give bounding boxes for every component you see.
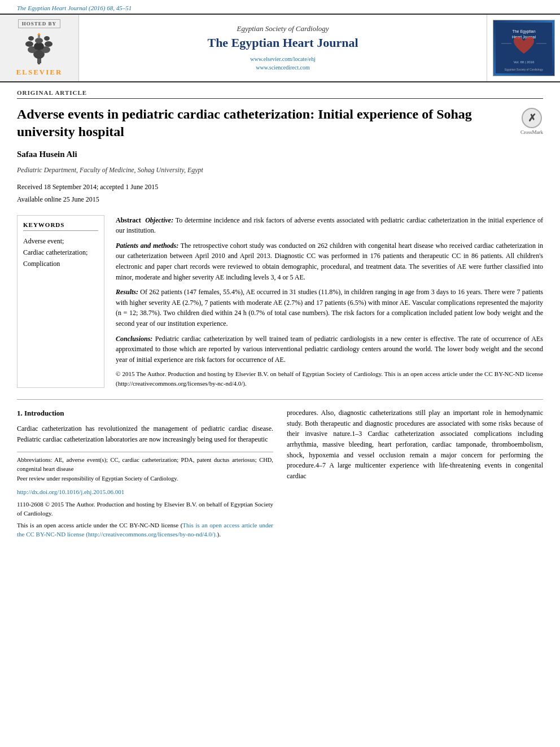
elsevier-tree-icon (21, 33, 58, 65)
footnotes: Abbreviations: AE, adverse event(s); CC,… (17, 452, 273, 539)
copyright-text: © 2015 The Author. Production and hostin… (116, 370, 543, 387)
dates-section: Received 18 September 2014; accepted 1 J… (17, 181, 543, 206)
abstract-section-row: KEYWORDS Adverse event; Cardiac catheter… (17, 215, 543, 388)
svg-point-5 (45, 41, 53, 47)
objective-label: Objective: (145, 216, 173, 224)
svg-point-6 (34, 42, 44, 50)
hosted-by-label: HOSTED BY (18, 19, 60, 28)
introduction-title: 1. Introduction (17, 408, 273, 419)
peer-review: Peer review under responsibility of Egyp… (17, 474, 273, 484)
elsevier-logo: ELSEVIER (16, 33, 63, 77)
journal-info-center: Egyptian Society of Cardiology The Egypt… (79, 15, 487, 81)
patients-label: Patients and methods: (116, 242, 178, 250)
received-date: Received 18 September 2014; accepted 1 J… (17, 181, 543, 194)
keywords-header: KEYWORDS (23, 221, 98, 231)
svg-rect-10 (38, 61, 40, 64)
license-link[interactable]: This is an open access article under the… (17, 522, 273, 538)
journal-citation: The Egyptian Heart Journal (2016) 68, 45… (0, 0, 560, 14)
section-number: 1. (17, 409, 23, 417)
svg-text:The Egyptian: The Egyptian (512, 29, 535, 34)
body-right-col: procedures. Also, diagnostic catheteriza… (287, 408, 543, 539)
svg-text:Vol. 68 | 2016: Vol. 68 | 2016 (513, 60, 534, 64)
abstract-text: Abstract Objective: To determine inciden… (116, 215, 543, 388)
intro-para2: procedures. Also, diagnostic catheteriza… (287, 408, 543, 481)
journal-urls: www.elsevier.com/locate/ehj www.scienced… (250, 55, 315, 72)
journal-header: HOSTED BY ELSEVIER Eg (0, 14, 560, 82)
patients-text: The retrospective cohort study was condu… (116, 242, 543, 281)
results-text: Of 262 patients (147 females, 55.4%), AE… (116, 288, 543, 327)
abstract-objective: Abstract Objective: To determine inciden… (116, 215, 543, 236)
abbreviations: Abbreviations: AE, adverse event(s); CC,… (17, 456, 273, 475)
conclusions-label: Conclusions: (116, 335, 152, 343)
bottom-license: This is an open access article under the… (17, 521, 273, 539)
journal-cover-image: The Egyptian Heart Journal Vol. 68 | 201… (493, 20, 555, 76)
abstract-column: Abstract Objective: To determine inciden… (116, 215, 543, 388)
keyword-3: Complication (23, 258, 98, 269)
keyword-2: Cardiac catheterization; (23, 247, 98, 258)
main-content: ORIGINAL ARTICLE Adverse events in pedia… (0, 82, 560, 551)
svg-point-9 (44, 36, 50, 41)
svg-point-7 (35, 38, 43, 43)
article-title: Adverse events in pediatric cardiac cath… (17, 106, 509, 141)
journal-society: Egyptian Society of Cardiology (237, 24, 329, 33)
crossmark-badge[interactable]: ✗ CrossMark (520, 108, 543, 135)
journal-cover-section: The Egyptian Heart Journal Vol. 68 | 201… (487, 15, 560, 81)
section-name: Introduction (24, 409, 64, 417)
svg-rect-11 (38, 35, 40, 38)
conclusions-text: Pediatric cardiac catheterization by wel… (116, 335, 543, 364)
keywords-column: KEYWORDS Adverse event; Cardiac catheter… (17, 215, 104, 388)
svg-point-4 (25, 41, 33, 47)
svg-marker-12 (37, 33, 41, 35)
abstract-patients: Patients and methods: The retrospective … (116, 241, 543, 282)
license-text: This is an open access article under the… (17, 522, 273, 538)
journal-title-header: The Egyptian Heart Journal (207, 36, 358, 50)
available-date: Available online 25 June 2015 (17, 194, 543, 206)
svg-text:Egyptian Society of Cardiology: Egyptian Society of Cardiology (504, 68, 543, 71)
affiliation: Pediatric Department, Faculty of Medicin… (17, 166, 543, 174)
author-name: Safaa Husein Ali (17, 150, 543, 159)
abstract-label: Abstract (116, 216, 141, 224)
intro-para1: Cardiac catheterization has revolutioniz… (17, 423, 273, 444)
footer-copyright-text: 1110-2608 © 2015 The Author. Production … (17, 501, 273, 517)
journal-url1[interactable]: www.elsevier.com/locate/ehj (250, 55, 315, 63)
article-title-row: Adverse events in pediatric cardiac cath… (17, 106, 543, 141)
body-two-col: 1. Introduction Cardiac catheterization … (17, 408, 543, 539)
keywords-list: Adverse event; Cardiac catheterization; … (23, 235, 98, 270)
objective-text: To determine incidence and risk factors … (116, 216, 543, 235)
bottom-copyright: 1110-2608 © 2015 The Author. Production … (17, 500, 273, 518)
body-left-col: 1. Introduction Cardiac catheterization … (17, 408, 273, 539)
results-label: Results: (116, 288, 138, 296)
abstract-conclusions: Conclusions: Pediatric cardiac catheteri… (116, 334, 543, 365)
crossmark-text: CrossMark (520, 129, 543, 135)
keyword-1: Adverse event; (23, 235, 98, 247)
crossmark-icon: ✗ (522, 108, 542, 128)
abstract-copyright: © 2015 The Author. Production and hostin… (116, 369, 543, 388)
svg-point-8 (28, 36, 34, 41)
doi-link[interactable]: http://dx.doi.org/10.1016/j.ehj.2015.06.… (17, 487, 273, 497)
journal-url2[interactable]: www.sciencedirect.com (250, 63, 315, 72)
section-divider (17, 399, 543, 400)
journal-cover-svg: The Egyptian Heart Journal Vol. 68 | 201… (496, 23, 552, 73)
abstract-results: Results: Of 262 patients (147 females, 5… (116, 287, 543, 329)
elsevier-logo-section: HOSTED BY ELSEVIER (0, 15, 79, 81)
elsevier-wordmark: ELSEVIER (16, 68, 63, 77)
article-type: ORIGINAL ARTICLE (17, 89, 543, 99)
citation-text: The Egyptian Heart Journal (2016) 68, 45… (17, 5, 132, 11)
